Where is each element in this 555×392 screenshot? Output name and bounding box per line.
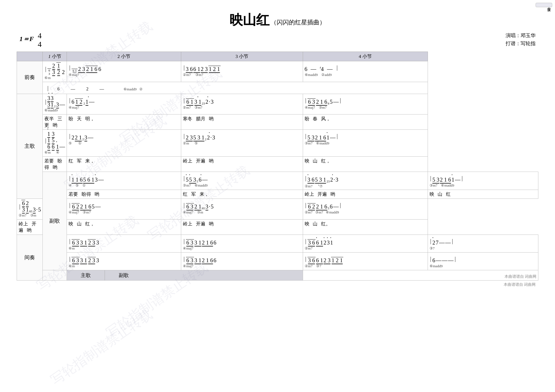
verse2-m1-chord: ⑥m ④: [44, 150, 65, 155]
verse2-m4-chord: ③m7 ⑥madd9: [305, 141, 426, 146]
verse-m2-notes: | 6 1 2 2•1 —: [69, 95, 179, 105]
chorus-m4-chord: ③m7 ⑥madd9: [430, 183, 536, 188]
meta-row: 1＝F 4 4 演唱：邓玉华 打谱：写轮指: [17, 32, 538, 49]
verse-lyrics-1: 夜半 三更 哟 盼 天 明， 寒冬 腊月 哟 盼 春 风，: [17, 114, 538, 129]
inter-m2: | 6 3 3 1 2 1 6 6 ④maj7: [181, 235, 303, 252]
verse-l2-m3: 岭上 开遍 哟: [181, 156, 303, 172]
verse-m3: | 6 1 •3 1 23•2· 3 ②m7 ③m7: [181, 94, 303, 114]
bottom-source: 本曲谱谱自 词曲网: [303, 270, 538, 280]
verse-l2-m2: 红 军 来，: [67, 156, 181, 172]
verse-lyrics-2: 若要 盼得 哟 红 军 来， 岭上 开遍 哟 映 山 红，: [17, 156, 538, 172]
chorus-l1-m4: 映 山 红: [428, 190, 538, 198]
tag-verse: 主歌: [67, 270, 105, 280]
verse-label: 主歌: [17, 94, 43, 198]
music-table: 1 小节 2 小节 3 小节 4 小节 前奏 | 6 3 2 3 1 2 2: [17, 52, 538, 281]
chorus2-m3-notes: | 6 3 2 1 653· 5: [183, 200, 301, 210]
chorus-l2-m2: 映 山 红，: [67, 219, 181, 235]
verse-m2: | 6 1 2 2•1 — ④maj7: [67, 94, 181, 114]
key-signature: 1＝F: [19, 35, 34, 42]
chorus2-m4: | 6 2 2 1 6 56 — | ②m7 ③m7 ⑥madd9: [303, 198, 428, 219]
inter2-m3-chord: ②m7 ③7: [305, 264, 426, 269]
verse-l1-m2: 盼 天 明，: [67, 114, 181, 129]
prelude-m1: | 6 3 2 3 1 2 2 ⑥m: [43, 61, 67, 82]
inter-m4-chord: ③7: [430, 246, 536, 251]
verse2-m2: | 2 2 1 23 — ⑤ ①: [67, 129, 181, 156]
chorus2-m1-chord: ②m7 ③m: [19, 213, 41, 218]
verse-m1: | • 3 3 • 3 1 23 — ⑥madd9: [43, 94, 67, 114]
chorus-label: 副歌: [43, 172, 67, 270]
inter-m1-notes: | 6 3 3 1 2 3 3: [69, 236, 179, 246]
transcriber: 打谱：写轮指: [506, 40, 536, 48]
corner-badge: 专业版: [536, 3, 552, 7]
chorus-m3-chord: ②m7 ♭⑦: [305, 183, 426, 189]
chorus-m2-chord: ③m7 ⑥madd9: [183, 183, 301, 188]
verse-m1-notes: | • 3 3 • 3 1 23 —: [44, 95, 65, 108]
inter2-m1-chord: ⑥m: [69, 264, 179, 269]
inter2-m4-notes: | 6 — — — |: [430, 254, 536, 264]
chorus-l2-m4: 映 山 红。: [303, 219, 428, 235]
hdr-m1: 1 小节: [43, 52, 67, 61]
verse-l1-m4: 盼 春 风，: [303, 114, 428, 129]
hdr-m4: 4 小节: [303, 52, 428, 61]
title-area: 映山红 （闪闪的红星插曲）: [17, 11, 538, 29]
chorus-m4-notes: | 5 3 2 1 6 •1 — |: [430, 173, 536, 183]
verse-m4-notes: | 6 3 2 1 6 65 — |: [305, 95, 426, 105]
verse2-m4: | 5 3 2 1 6 •1 — | ③m7 ⑥madd9: [303, 129, 428, 156]
inter2-m1: | 6 3 3 1 2 3 3 ⑥m: [67, 252, 181, 270]
chorus-m2: | •5 •5 3 5•6 — ③m7 ⑥madd9: [181, 172, 303, 190]
chorus2-m2: | 6 2 2 1 6 5 — ④maj7 ③m7: [67, 198, 181, 219]
chorus2-m4-chord: ②m7 ③m7 ⑥madd9: [305, 210, 426, 215]
inter2-m4: | 6 — — — | ⑥madd9: [428, 252, 538, 270]
inter-m2-chord: ④maj7: [183, 246, 301, 251]
chorus-m3: | •3 6 5 3 1 23•2· 3 ②m7 ♭⑦: [303, 172, 428, 190]
prelude-m3-notes: | 3 6 6 1 2 3 1 2 1: [183, 62, 301, 72]
interlude-row-1: 间奏 | 6 3 3 1 2 3 3 ⑥m | 6: [17, 235, 538, 252]
verse2-m2-notes: | 2 2 1 23 —: [69, 131, 179, 141]
chorus-l1-m3: 岭上 开遍 哟: [303, 190, 428, 198]
inter2-m2: | 6 3 3 1 2 1 6 6 ④maj7: [181, 252, 303, 270]
inter2-m3: | 3 6 6 1 2 3 1 2 1 ②m7 ③7: [303, 252, 428, 270]
sub-title: （闪闪的红星插曲）: [271, 19, 326, 26]
time-numerator: 4: [38, 32, 42, 40]
chorus-m1-notes: | •1 1 6 5 6 1 •3 —: [69, 173, 179, 183]
inter2-m1-notes: | 6 3 3 1 2 3 3: [69, 254, 179, 264]
chorus-lyrics-1: 若要 盼得 哟 红 军 来， 岭上 开遍 哟 映 山 红: [17, 190, 538, 198]
prelude-m2-chord: ④maj7: [69, 73, 179, 78]
chorus-l1-m2: 红 军 来，: [181, 190, 303, 198]
chorus2-m1: | 6 3 2 1 653· 5 ②m7 ③m: [17, 198, 43, 219]
prelude-m2-notes: | 6 3 2 3 2 1 6 6: [69, 62, 179, 72]
inter2-m3-notes: | 3 6 6 1 2 3 1 2 1: [305, 254, 426, 264]
key-time-sig: 1＝F 4 4: [19, 32, 42, 49]
chorus-l2-m1: 岭上 开遍 哟: [17, 219, 43, 235]
prelude-row-2: | 6 — 2 — ⑥madd9 ②: [17, 82, 538, 94]
time-denominator: 4: [38, 40, 42, 49]
verse-m4: | 6 3 2 1 6 65 — | ④maj7 ③m7: [303, 94, 428, 114]
inter-m4-notes: | •2 7 — — |: [430, 236, 536, 246]
verse2-m3: | 2 3 5 3 1 2•2· 3 ②m ⑤: [181, 129, 303, 156]
inter-m1-chord: ⑥m: [69, 246, 179, 251]
verse-m2-chord: ④maj7: [69, 105, 179, 110]
chorus-m2-notes: | •5 •5 3 5•6 —: [183, 173, 301, 183]
chorus2-m1-notes: | 6 3 2 1 653· 5: [19, 200, 41, 213]
watermark-text-7: 写轮指制谱禁止转载: [47, 306, 156, 389]
verse-m3-chord: ②m7 ③m7: [183, 105, 301, 110]
hdr-label: [17, 52, 43, 61]
verse2-m3-notes: | 2 3 5 3 1 2•2· 3: [183, 131, 301, 141]
prelude-m4-chord: ⑥madd9 ②add9: [305, 73, 426, 78]
chorus-row-1: 副歌 | •1 1 6 5 6 1 •3 — ④ ⑤ ① |: [17, 172, 538, 190]
chorus2-m3: | 6 3 2 1 653· 5 ④maj7 ③m: [181, 198, 303, 219]
inter-m1: | 6 3 3 1 2 3 3 ⑥m: [67, 235, 181, 252]
interlude-row-2: | 6 3 3 1 2 3 3 ⑥m | 6 3 3 1 2 1 6: [17, 252, 538, 270]
chorus-row-2: | 6 3 2 1 653· 5 ②m7 ③m | 6 2 2 1 6 5: [17, 198, 538, 219]
verse-l1-m1: 夜半 三更 哟: [43, 114, 67, 129]
inter-m3-notes: | 3 6 •6 1 •2 •3 •1: [305, 236, 426, 246]
inter-m2-notes: | 6 3 3 1 2 1 6 6: [183, 236, 301, 246]
inter2-m2-chord: ④maj7: [183, 264, 301, 269]
chorus2-m2-notes: | 6 2 2 1 6 5 —: [69, 200, 179, 210]
prelude-m1-chord: ⑥m: [44, 76, 65, 81]
verse-l1-m3: 寒冬 腊月 哟: [181, 114, 303, 129]
bottom-tags: 主歌 副歌: [67, 270, 303, 280]
prelude-m4: 6 — ♯4 — | ⑥madd9 ②add9: [303, 61, 428, 82]
bottom-tag-lbl: [43, 270, 67, 280]
verse-l2-m1: 若要 盼得 哟: [43, 156, 67, 172]
